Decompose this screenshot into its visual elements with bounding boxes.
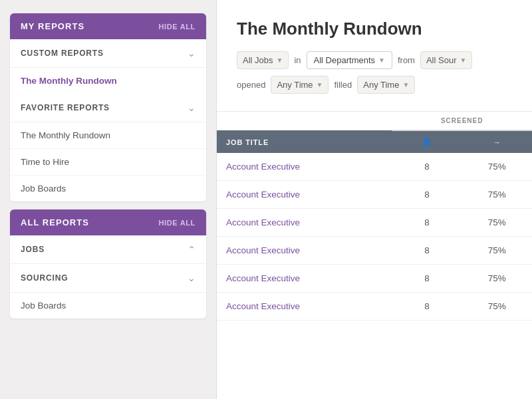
sidebar: MY REPORTS HIDE ALL CUSTOM REPORTS ⌄ The…: [0, 0, 216, 399]
filter-source-label: All Sour: [426, 55, 457, 65]
cell-screened-pct: 75%: [462, 153, 532, 181]
jobs-label: JOBS: [21, 245, 45, 254]
cell-screened-pct: 75%: [462, 237, 532, 265]
custom-reports-section[interactable]: CUSTOM REPORTS ⌄: [10, 39, 206, 68]
all-reports-title: ALL REPORTS: [21, 217, 89, 227]
table-row: Account Executive 8 75%: [217, 237, 532, 265]
sourcing-chevron: ⌄: [188, 273, 196, 283]
cell-screened-pct: 75%: [462, 265, 532, 293]
main-header: The Monthly Rundown All Jobs ▼ in All De…: [217, 0, 532, 112]
table-row: Account Executive 8 75%: [217, 209, 532, 237]
filter-opened-label: opened: [237, 80, 265, 90]
cell-job-title[interactable]: Account Executive: [217, 181, 392, 209]
filter-filled-arrow: ▼: [402, 81, 409, 88]
filter-opened-time[interactable]: Any Time ▼: [271, 76, 329, 94]
all-report-job-boards[interactable]: Job Boards: [10, 293, 206, 319]
filter-filled-time-label: Any Time: [363, 80, 399, 90]
filter-filled-time[interactable]: Any Time ▼: [357, 76, 415, 94]
cell-job-title[interactable]: Account Executive: [217, 265, 392, 293]
col-header-row: JOB TITLE 👤 →: [217, 130, 532, 153]
cell-screened-count: 8: [392, 153, 462, 181]
filter-all-jobs[interactable]: All Jobs ▼: [237, 51, 289, 69]
jobs-section[interactable]: JOBS ⌄: [10, 235, 206, 264]
filter-filled-label: filled: [334, 80, 352, 90]
cell-job-title[interactable]: Account Executive: [217, 153, 392, 181]
sourcing-label: SOURCING: [21, 273, 68, 283]
col-screened-count: 👤: [392, 130, 462, 153]
cell-screened-count: 8: [392, 265, 462, 293]
table-row: Account Executive 8 75%: [217, 265, 532, 293]
table-row: Account Executive 8 75%: [217, 293, 532, 321]
report-table-area: SCREENED JOB TITLE 👤 → Account Executive…: [217, 112, 532, 399]
fav-report-monthly-rundown[interactable]: The Monthly Rundown: [10, 122, 206, 149]
filter-in-label: in: [294, 55, 301, 65]
favorite-reports-chevron: ⌄: [188, 102, 196, 113]
custom-reports-chevron: ⌄: [188, 48, 196, 59]
table-body: Account Executive 8 75% Account Executiv…: [217, 153, 532, 321]
sourcing-section[interactable]: SOURCING ⌄: [10, 264, 206, 293]
page-title: The Monthly Rundown: [237, 19, 512, 39]
filter-departments[interactable]: All Departments ▼: [307, 51, 392, 69]
main-content: The Monthly Rundown All Jobs ▼ in All De…: [216, 0, 532, 399]
filter-row-2: opened Any Time ▼ filled Any Time ▼: [237, 76, 512, 94]
col-screened-pct: →: [462, 130, 532, 153]
custom-reports-items: The Monthly Rundown: [10, 68, 206, 94]
col-group-screened: SCREENED: [392, 112, 532, 130]
favorite-reports-section[interactable]: FAVORITE REPORTS ⌄: [10, 94, 206, 122]
my-reports-panel: MY REPORTS HIDE ALL CUSTOM REPORTS ⌄ The…: [10, 13, 206, 201]
col-job-title: JOB TITLE: [217, 130, 392, 153]
filter-all-jobs-label: All Jobs: [243, 55, 273, 65]
cell-job-title[interactable]: Account Executive: [217, 209, 392, 237]
favorite-reports-label: FAVORITE REPORTS: [21, 103, 110, 112]
fav-report-job-boards[interactable]: Job Boards: [10, 176, 206, 201]
cell-screened-count: 8: [392, 209, 462, 237]
filter-all-jobs-arrow: ▼: [277, 57, 283, 64]
filter-opened-arrow: ▼: [317, 81, 323, 88]
cell-screened-pct: 75%: [462, 209, 532, 237]
table-row: Account Executive 8 75%: [217, 181, 532, 209]
cell-screened-count: 8: [392, 181, 462, 209]
jobs-chevron: ⌄: [188, 244, 196, 255]
all-reports-header: ALL REPORTS HIDE ALL: [10, 209, 206, 235]
report-table: SCREENED JOB TITLE 👤 → Account Executive…: [217, 112, 532, 321]
fav-report-time-to-hire[interactable]: Time to Hire: [10, 149, 206, 176]
filter-departments-label: All Departments: [314, 55, 375, 65]
cell-job-title[interactable]: Account Executive: [217, 237, 392, 265]
my-reports-title: MY REPORTS: [21, 21, 84, 31]
all-reports-hide-all[interactable]: HIDE ALL: [158, 219, 196, 227]
col-group-row: SCREENED: [217, 112, 532, 130]
cell-screened-count: 8: [392, 293, 462, 321]
all-reports-panel: ALL REPORTS HIDE ALL JOBS ⌄ SOURCING ⌄ J…: [10, 209, 206, 319]
cell-job-title[interactable]: Account Executive: [217, 293, 392, 321]
filter-departments-arrow: ▼: [378, 57, 385, 64]
filter-from-label: from: [398, 55, 415, 65]
favorite-reports-items: The Monthly Rundown Time to Hire Job Boa…: [10, 122, 206, 201]
my-reports-hide-all[interactable]: HIDE ALL: [158, 23, 196, 31]
cell-screened-pct: 75%: [462, 181, 532, 209]
custom-report-monthly-rundown[interactable]: The Monthly Rundown: [10, 68, 206, 94]
filter-row-1: All Jobs ▼ in All Departments ▼ from All…: [237, 51, 512, 69]
cell-screened-count: 8: [392, 237, 462, 265]
custom-reports-label: CUSTOM REPORTS: [21, 49, 104, 58]
cell-screened-pct: 75%: [462, 293, 532, 321]
col-group-empty: [217, 112, 392, 130]
my-reports-header: MY REPORTS HIDE ALL: [10, 13, 206, 39]
table-row: Account Executive 8 75%: [217, 153, 532, 181]
filter-opened-time-label: Any Time: [277, 80, 313, 90]
filter-source[interactable]: All Sour ▼: [420, 51, 472, 69]
filter-source-arrow: ▼: [460, 57, 466, 64]
